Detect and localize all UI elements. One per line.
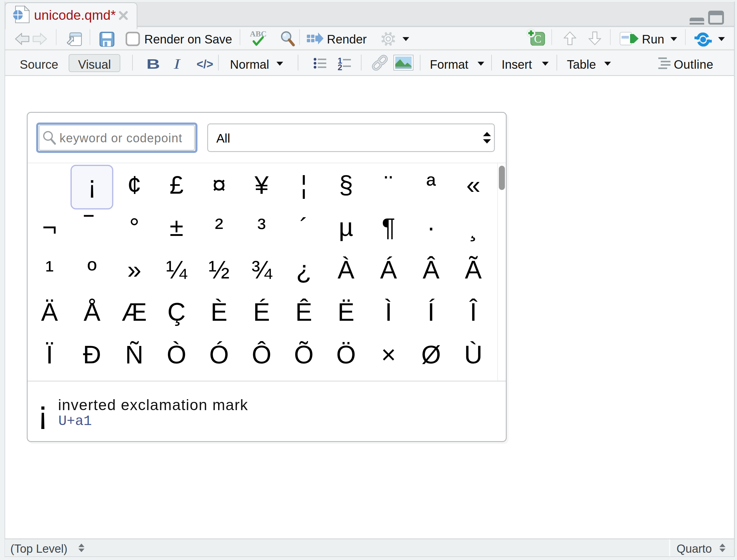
- svg-text:2: 2: [338, 63, 343, 71]
- svg-text:ABC: ABC: [250, 30, 267, 38]
